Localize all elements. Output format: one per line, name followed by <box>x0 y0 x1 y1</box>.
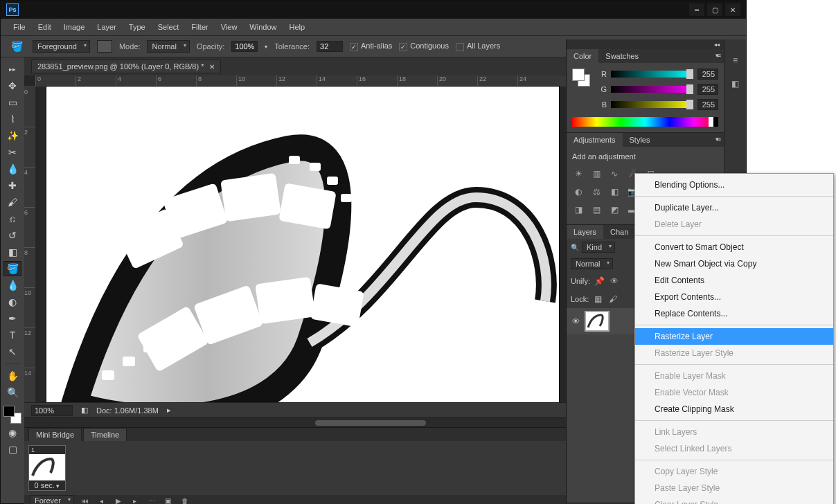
blur-tool[interactable]: 💧 <box>3 278 21 293</box>
curves-icon[interactable]: ∿ <box>608 168 621 180</box>
menu-file[interactable]: File <box>8 20 31 34</box>
invert-icon[interactable]: ◨ <box>572 204 585 216</box>
antialias-checkbox[interactable]: Anti-alias <box>350 42 392 51</box>
tab-layers[interactable]: Layers <box>567 225 603 239</box>
menu-select[interactable]: Select <box>152 20 185 34</box>
loop-select[interactable]: Forever <box>30 495 74 504</box>
color-fg-swatch[interactable] <box>572 69 585 81</box>
document-tab-close-icon[interactable]: ✕ <box>209 63 215 71</box>
levels-icon[interactable]: ▥ <box>590 168 603 180</box>
context-menu-item[interactable]: Blending Options... <box>635 177 833 193</box>
clone-stamp-tool[interactable]: ⎌ <box>3 211 21 226</box>
marquee-tool[interactable]: ▭ <box>3 95 21 110</box>
hue-sat-icon[interactable]: ◐ <box>572 186 585 198</box>
delete-frame-button[interactable]: 🗑 <box>179 495 190 504</box>
tab-swatches[interactable]: Swatches <box>598 49 646 63</box>
contiguous-checkbox[interactable]: Contiguous <box>399 42 449 51</box>
color-spectrum[interactable] <box>572 117 718 127</box>
document-tab[interactable]: 283851_preview.png @ 100% (Layer 0, RGB/… <box>31 60 221 73</box>
pen-tool[interactable]: ✒ <box>3 311 21 326</box>
menu-view[interactable]: View <box>215 20 243 34</box>
window-minimize-button[interactable]: ━ <box>689 3 704 16</box>
move-tool[interactable]: ✥ <box>3 78 21 93</box>
magic-wand-tool[interactable]: ✨ <box>3 128 21 143</box>
all-layers-checkbox[interactable]: All Layers <box>456 42 500 51</box>
brightness-icon[interactable]: ☀ <box>572 168 585 180</box>
path-select-tool[interactable]: ↖ <box>3 344 21 359</box>
context-menu-item[interactable]: Duplicate Layer... <box>635 199 833 216</box>
color-slider-g[interactable] <box>611 86 693 93</box>
color-slider-r[interactable] <box>611 71 693 78</box>
zoom-input[interactable]: 100% <box>31 405 73 416</box>
lock-pixels-icon[interactable]: ▦ <box>592 293 604 305</box>
layer-thumbnail[interactable] <box>585 311 610 332</box>
color-panel-menu-icon[interactable]: ▾≡ <box>711 49 724 63</box>
menu-image[interactable]: Image <box>58 20 91 34</box>
color-slider-b[interactable] <box>611 101 693 108</box>
quick-mask-icon[interactable]: ◉ <box>3 425 21 440</box>
history-brush-tool[interactable]: ↺ <box>3 228 21 243</box>
tween-button[interactable]: ⋯ <box>146 495 157 504</box>
paint-bucket-icon[interactable]: 🪣 <box>8 39 26 54</box>
canvas[interactable] <box>46 87 559 402</box>
dodge-tool[interactable]: ◐ <box>3 294 21 309</box>
menu-layer[interactable]: Layer <box>91 20 122 34</box>
history-panel-icon[interactable]: ≡ <box>729 53 742 67</box>
context-menu-item[interactable]: New Smart Object via Copy <box>635 255 833 272</box>
type-tool[interactable]: T <box>3 327 21 343</box>
slider-thumb[interactable] <box>686 84 693 94</box>
scrollbar-thumb[interactable] <box>315 420 426 426</box>
brush-tool[interactable]: 🖌 <box>3 195 21 210</box>
healing-brush-tool[interactable]: ✚ <box>3 178 21 193</box>
prev-frame-button[interactable]: ◂ <box>96 495 107 504</box>
menu-window[interactable]: Window <box>244 20 282 34</box>
adjustments-panel-menu-icon[interactable]: ▾≡ <box>711 133 724 147</box>
menu-help[interactable]: Help <box>283 20 310 34</box>
posterize-icon[interactable]: ▤ <box>590 204 603 216</box>
context-menu-item[interactable]: Export Contents... <box>635 289 833 305</box>
panel-collapse-button[interactable]: ◂◂ <box>567 39 724 49</box>
fill-source-select[interactable]: Foreground <box>33 40 90 53</box>
window-close-button[interactable]: ✕ <box>725 3 740 16</box>
tolerance-input[interactable]: 32 <box>317 41 343 52</box>
slider-thumb[interactable] <box>686 100 693 109</box>
color-value-input[interactable]: 255 <box>697 84 718 95</box>
next-frame-button[interactable]: ▸ <box>130 495 141 504</box>
opacity-input[interactable]: 100% <box>231 41 258 52</box>
color-fg-bg-swatch[interactable] <box>572 69 590 87</box>
layer-visibility-icon[interactable]: 👁 <box>571 317 580 325</box>
tab-expand-icon[interactable]: ▸▸ <box>3 62 21 77</box>
threshold-icon[interactable]: ◩ <box>608 204 621 216</box>
hand-tool[interactable]: ✋ <box>3 368 21 384</box>
lock-paint-icon[interactable]: 🖌 <box>607 293 619 305</box>
first-frame-button[interactable]: ⏮ <box>80 495 91 504</box>
bw-icon[interactable]: ◧ <box>608 186 621 198</box>
blend-mode-select[interactable]: Normal <box>147 40 189 53</box>
opacity-flyout-icon[interactable]: ▾ <box>265 44 267 50</box>
tab-adjustments[interactable]: Adjustments <box>567 133 623 147</box>
layer-blend-mode[interactable]: Normal <box>571 258 613 269</box>
lasso-tool[interactable]: ⌇ <box>3 111 21 127</box>
eyedropper-tool[interactable]: 💧 <box>3 161 21 177</box>
fg-bg-colors[interactable] <box>3 406 21 424</box>
new-frame-button[interactable]: ▣ <box>163 495 174 504</box>
eraser-tool[interactable]: ◧ <box>3 244 21 260</box>
doc-info-flyout-icon[interactable]: ▸ <box>167 406 171 415</box>
frame-delay[interactable]: 0 sec. ▾ <box>29 480 65 490</box>
window-maximize-button[interactable]: ▢ <box>707 3 722 16</box>
nav-icon[interactable]: ◧ <box>81 406 88 415</box>
layer-filter-kind[interactable]: Kind <box>582 242 615 253</box>
slider-thumb[interactable] <box>686 69 693 79</box>
tab-color[interactable]: Color <box>567 49 598 63</box>
pattern-swatch[interactable] <box>97 40 112 53</box>
menu-type[interactable]: Type <box>123 20 151 34</box>
paint-bucket-tool[interactable]: 🪣 <box>3 261 21 276</box>
crop-tool[interactable]: ✂ <box>3 145 21 160</box>
color-balance-icon[interactable]: ⚖ <box>590 186 603 198</box>
color-value-input[interactable]: 255 <box>697 99 718 110</box>
tab-mini-bridge[interactable]: Mini Bridge <box>28 428 82 441</box>
tab-channels[interactable]: Chan <box>603 225 635 239</box>
fg-color-swatch[interactable] <box>3 406 15 417</box>
context-menu-item[interactable]: Create Clipping Mask <box>635 401 833 417</box>
ruler-vertical[interactable]: 02468101214 <box>24 87 35 402</box>
